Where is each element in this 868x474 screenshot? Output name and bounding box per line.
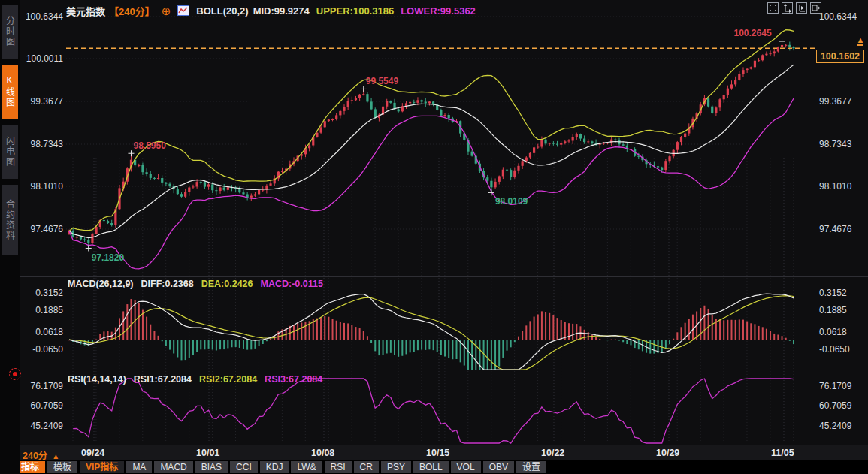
candlestick-series [68,41,794,248]
date-label-6: 11/05 [771,448,794,458]
rsi-axis-right-0: 76.1709 [819,381,866,391]
boll-lower-value: LOWER:99.5362 [401,5,476,17]
macd-dea-value: DEA:0.2426 [201,279,253,289]
date-label-5: 10/29 [656,448,679,458]
chart-type-icon[interactable] [177,5,189,16]
rsi-axis-left-1: 60.7059 [17,400,63,411]
macd-value: MACD:-0.0115 [261,279,323,289]
sidebar-tab-3[interactable]: 合约资料 [2,185,18,255]
macd-axis-left-2: 0.0618 [17,327,63,337]
toolbar-button-4[interactable]: MACD [154,461,192,473]
chart-tools [767,2,821,14]
price-annotation-1: 99.5549 [366,76,398,86]
rsi-line [73,379,794,443]
caret-up-icon: ▲ [52,452,59,460]
pan-right-icon[interactable] [810,2,821,14]
axis-zoom-vertical-icon[interactable] [782,2,793,14]
macd-params: MACD(26,12,9) [68,279,134,289]
price-annotation-0: 100.2645 [734,28,772,38]
boll-upper-value: UPPER:100.3186 [316,5,394,17]
rsi2-value: RSI2:67.2084 [199,374,257,385]
panel-divider [20,373,868,373]
toolbar-button-0[interactable]: 指标 [15,461,45,473]
price-annotation-3: 98.0109 [495,196,528,207]
toolbar-button-3[interactable]: MA [126,461,152,473]
boll-indicator-label: BOLL(20,2) [196,5,248,17]
price-axis-right-3: 98.7343 [819,139,866,149]
rsi-header: RSI(14,14,14) RSI1:67.2084 RSI2:67.2084 … [68,374,322,385]
date-label-1: 10/01 [196,448,219,458]
price-annotation-4: 97.1820 [92,252,124,263]
symbol-name: 美元指数 [66,4,105,18]
axis-label-top-left: 100.6344 [17,11,63,22]
chart-application: 分时图K线图闪电图合约资料 100.6344 美元指数 【240分】 ⊕ BOL… [0,0,868,474]
axis-zoom-horizontal-icon[interactable] [796,2,807,14]
price-up-arrow-icon: ▲ [856,37,865,47]
rsi-axis-right-1: 60.7059 [819,400,866,411]
toolbar-button-10[interactable]: CR [354,461,379,473]
boll-mid-value: MID:99.9274 [253,5,310,17]
sidebar-tab-2[interactable]: 闪电图 [2,125,18,179]
price-axis-left-0: 100.0011 [17,53,63,64]
chart-canvas[interactable] [0,0,868,474]
toolbar-button-14[interactable]: OBV [483,461,514,473]
toolbar-button-5[interactable]: BIAS [195,461,228,473]
toolbar-button-8[interactable]: LW& [291,461,322,473]
rsi-params: RSI(14,14,14) [68,374,126,385]
price-axis-right-4: 98.1010 [819,181,866,192]
extreme-cross-marker [361,86,367,92]
macd-axis-right-0: 0.3152 [819,288,866,298]
extreme-cross-marker [128,150,134,156]
price-annotation-2: 98.5950 [133,140,165,151]
price-axis-right-0: 100.6344 [819,11,866,22]
toolbar-button-11[interactable]: PSY [381,461,411,473]
extreme-cross-marker [779,38,785,44]
macd-axis-right-2: 0.0618 [819,327,866,337]
sidebar: 分时图K线图闪电图合约资料 [0,0,20,474]
macd-diff-value: DIFF:0.2368 [141,279,194,289]
boll-upper-line [69,30,794,231]
boll-lower-line [69,98,794,269]
toolbar-button-2[interactable]: VIP指标 [80,461,124,473]
price-axis-left-2: 98.7343 [17,139,63,149]
date-label-2: 10/08 [311,448,334,458]
chart-header: 美元指数 【240分】 ⊕ BOLL(20,2) MID:99.9274 UPP… [66,3,476,18]
rsi-axis-left-0: 76.1709 [17,381,63,391]
toolbar-button-15[interactable]: 设置 [516,461,546,473]
toolbar-button-7[interactable]: KDJ [260,461,289,473]
date-axis: 240分▲ 09/2410/0110/0810/1510/2210/2911/0… [20,445,868,461]
macd-axis-right-1: 0.1885 [819,305,866,315]
macd-series [68,294,794,370]
move-crosshair-icon[interactable] [767,2,779,14]
macd-header: MACD(26,12,9) DIFF:0.2368 DEA:0.2426 MAC… [68,279,323,289]
macd-axis-left-1: 0.1885 [17,305,63,315]
sidebar-tab-1[interactable]: K线图 [2,65,18,119]
price-axis-right-5: 97.4676 [819,224,866,234]
macd-axis-left-3: -0.0650 [17,344,63,355]
boll-mid-line [69,65,794,238]
sidebar-tab-0[interactable]: 分时图 [2,5,18,59]
date-label-3: 10/15 [426,448,449,458]
toolbar-button-9[interactable]: RSI [325,461,352,473]
toolbar-button-6[interactable]: CCI [230,461,258,473]
rsi-axis-left-2: 45.2409 [17,421,63,431]
indicator-toolbar: 指标模板VIP指标MAMACDBIASCCIKDJLW&RSICRPSYBOLL… [15,460,868,474]
price-axis-left-4: 97.4676 [17,224,63,234]
toolbar-button-1[interactable]: 模板 [47,461,77,473]
extreme-cross-marker [86,245,92,251]
rsi3-value: RSI3:67.2084 [265,374,322,385]
toolbar-button-12[interactable]: BOLL [413,461,449,473]
rsi1-value: RSI1:67.2084 [134,374,192,385]
macd-axis-left-0: 0.3152 [17,288,63,298]
record-dot-icon [9,368,21,380]
date-label-0: 09/24 [81,448,104,458]
price-axis-right-2: 99.3677 [819,96,866,107]
last-price-tag: 100.1602 [816,50,864,63]
circle-plus-icon[interactable]: ⊕ [162,6,171,16]
period-label: 【240分】 [109,4,155,18]
price-axis-left-1: 99.3677 [17,96,63,107]
date-label-4: 10/22 [541,448,564,458]
panel-divider [20,276,868,277]
rsi-axis-right-2: 45.2409 [819,421,866,431]
toolbar-button-13[interactable]: VOL [451,461,481,473]
